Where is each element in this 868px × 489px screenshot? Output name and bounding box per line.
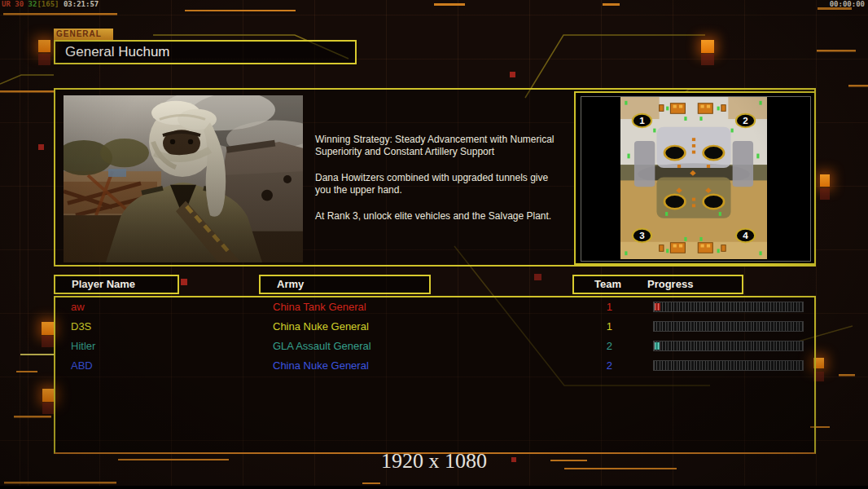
- match-timer: 00:00:00: [830, 0, 865, 8]
- bottom-black-strip: [0, 486, 868, 489]
- map-start-position-2: 2: [743, 116, 747, 125]
- glow-square: [38, 40, 50, 52]
- debug-ur: UR: [2, 0, 11, 8]
- glow-square: [701, 40, 714, 53]
- player-progress-bar: [653, 321, 804, 332]
- red-square: [181, 279, 187, 285]
- player-progress-fill: [655, 342, 660, 350]
- general-tab-label: GENERAL: [54, 29, 113, 40]
- loading-screen: UR 30 32[165] 03:21:57 00:00:00 GENERAL …: [0, 0, 868, 489]
- red-square: [38, 144, 44, 150]
- player-row: Hitler GLA Assault General 2: [55, 337, 814, 356]
- map-start-position-3: 3: [639, 231, 644, 240]
- player-name: D3S: [71, 317, 91, 337]
- header-progress: Progress: [647, 278, 693, 290]
- strategy-paragraph-3: At Rank 3, unlock elite vehicles and the…: [315, 210, 563, 222]
- map-start-position-4: 4: [743, 231, 748, 240]
- player-list-panel: aw China Tank General 1 D3S China Nuke G…: [54, 296, 816, 454]
- player-name: ABD: [71, 356, 93, 376]
- player-name: Hitler: [71, 337, 95, 356]
- header-army: Army: [259, 275, 431, 294]
- debug-readout: UR 30 32[165] 03:21:57: [2, 0, 99, 8]
- map-preview-frame: 1 2 3 4: [581, 96, 811, 262]
- debug-fps: 30: [15, 0, 24, 8]
- red-square: [510, 72, 515, 77]
- player-progress-bar: [653, 341, 804, 351]
- debug-val: 32: [28, 0, 37, 8]
- player-row: ABD China Nuke General 2: [55, 356, 814, 376]
- player-team: 1: [601, 317, 612, 337]
- header-team-progress: TeamProgress: [572, 275, 743, 294]
- general-portrait: [64, 95, 303, 262]
- strategy-paragraph-2: Dana Howitzers combined with upgraded tu…: [315, 172, 563, 196]
- general-name: General Huchum: [55, 42, 355, 63]
- resolution-label: 1920 x 1080: [0, 449, 868, 474]
- player-team: 2: [601, 337, 612, 356]
- player-name: aw: [71, 297, 85, 317]
- player-progress-bar: [653, 360, 804, 371]
- player-row: D3S China Nuke General 1: [55, 317, 814, 337]
- map-preview-box: 1 2 3 4: [574, 91, 816, 265]
- red-square: [534, 274, 541, 280]
- glow-square: [820, 174, 830, 187]
- header-player-name: Player Name: [54, 275, 179, 294]
- map-preview-image: 1 2 3 4: [620, 97, 767, 259]
- player-team: 2: [601, 356, 612, 376]
- map-start-position-1: 1: [639, 116, 644, 125]
- player-team: 1: [601, 297, 612, 317]
- debug-clock: 03:21:57: [64, 0, 99, 8]
- player-army: China Tank General: [273, 297, 366, 317]
- player-army: China Nuke General: [273, 317, 369, 337]
- header-team: Team: [594, 278, 621, 290]
- general-name-box: General Huchum: [54, 40, 357, 64]
- debug-bracket: [165]: [37, 0, 59, 8]
- player-progress-bar: [653, 302, 804, 312]
- player-row: aw China Tank General 1: [55, 297, 814, 317]
- player-progress-fill: [655, 303, 660, 311]
- strategy-paragraph-1: Winning Strategy: Steady Advancement wit…: [315, 134, 563, 158]
- player-army: GLA Assault General: [273, 337, 371, 356]
- player-army: China Nuke General: [273, 356, 369, 376]
- strategy-text: Winning Strategy: Steady Advancement wit…: [315, 134, 563, 236]
- glow-square: [42, 322, 55, 335]
